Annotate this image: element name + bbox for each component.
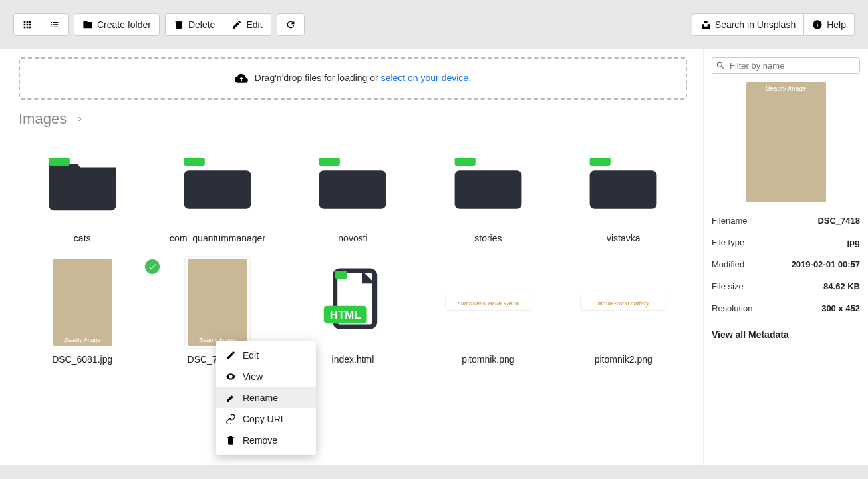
- svg-rect-10: [590, 170, 657, 209]
- context-edit[interactable]: Edit: [216, 345, 316, 366]
- folder-label: cats: [74, 233, 91, 243]
- folder-icon: [313, 142, 392, 222]
- cloud-upload-icon: [235, 72, 248, 85]
- folder-icon: [178, 142, 257, 222]
- folder-item[interactable]: cats: [19, 138, 146, 243]
- meta-key: File type: [712, 238, 744, 247]
- folder-icon: [583, 142, 663, 222]
- context-remove[interactable]: Remove: [216, 430, 316, 451]
- folder-item[interactable]: stories: [424, 138, 551, 243]
- svg-rect-12: [335, 271, 347, 279]
- edit-icon: [225, 350, 236, 361]
- folder-label: stories: [474, 233, 502, 243]
- meta-key: Filename: [712, 216, 747, 226]
- meta-value: jpg: [847, 238, 861, 247]
- meta-key: Resolution: [712, 303, 752, 313]
- folder-label: novosti: [338, 233, 367, 243]
- chevron-right-icon: [76, 115, 84, 123]
- selected-badge: [145, 259, 160, 274]
- file-label: pitomnik2.png: [595, 354, 652, 365]
- help-button[interactable]: Help: [804, 13, 855, 36]
- rename-icon: [225, 393, 236, 403]
- create-folder-label: Create folder: [97, 19, 151, 30]
- dropzone-link[interactable]: select on your device.: [381, 73, 471, 83]
- check-icon: [148, 262, 157, 271]
- unsplash-button[interactable]: Search in Unsplash: [692, 13, 804, 36]
- list-view-button[interactable]: [41, 13, 69, 36]
- view-toggle: [13, 13, 69, 36]
- image-thumbnail: Beauty Image: [53, 259, 112, 346]
- folder-icon: [82, 19, 93, 30]
- breadcrumb: Images: [19, 110, 687, 128]
- search-icon: [716, 61, 725, 70]
- apps-icon: [22, 19, 33, 30]
- folder-icon: [43, 142, 122, 222]
- svg-rect-8: [454, 170, 521, 209]
- meta-key: File size: [712, 281, 744, 291]
- dropzone-text: Drag'n'drop files for loading or: [255, 73, 381, 83]
- trash-icon: [174, 19, 184, 30]
- file-label: DSC_6081.jpg: [52, 354, 112, 365]
- unsplash-label: Search in Unsplash: [715, 19, 796, 30]
- meta-value: DSC_7418: [817, 216, 860, 226]
- meta-key: Modified: [712, 259, 744, 269]
- image-thumbnail: Beauty Image: [188, 259, 247, 346]
- context-view[interactable]: View: [216, 366, 316, 387]
- content-area: Drag'n'drop files for loading or select …: [3, 49, 703, 465]
- svg-rect-7: [454, 158, 475, 166]
- edit-label: Edit: [246, 19, 262, 30]
- file-label: pitomnik.png: [462, 354, 514, 365]
- meta-value: 84.62 KB: [823, 281, 860, 291]
- svg-rect-9: [590, 158, 611, 166]
- folder-item[interactable]: vistavka: [560, 138, 687, 243]
- html-file-icon: HTML: [313, 259, 392, 346]
- grid-view-button[interactable]: [13, 13, 41, 36]
- refresh-button[interactable]: [277, 13, 305, 36]
- svg-rect-4: [184, 170, 251, 209]
- filter-input[interactable]: [712, 57, 860, 74]
- item-grid: cats com_quantummanager novosti stories …: [19, 138, 687, 365]
- list-icon: [49, 19, 60, 30]
- svg-rect-6: [319, 170, 386, 209]
- context-copy-url[interactable]: Copy URL: [216, 408, 316, 430]
- edit-icon: [231, 19, 242, 30]
- edit-button[interactable]: Edit: [223, 13, 271, 36]
- image-thumbnail: maine-coon cattery: [580, 295, 666, 311]
- image-thumbnail: питомник мейн кунов: [445, 295, 531, 311]
- folder-item[interactable]: com_quantummanager: [154, 138, 281, 243]
- unsplash-icon: [700, 19, 711, 30]
- link-icon: [225, 414, 236, 424]
- delete-button[interactable]: Delete: [165, 13, 223, 36]
- file-item[interactable]: питомник мейн кунов pitomnik.png: [424, 259, 551, 365]
- breadcrumb-root[interactable]: Images: [19, 110, 67, 128]
- svg-rect-5: [319, 158, 340, 166]
- meta-value: 2019-02-01 00:57: [792, 259, 860, 269]
- refresh-icon: [285, 19, 296, 30]
- svg-point-15: [717, 62, 722, 67]
- details-sidebar: Beauty Image FilenameDSC_7418 File typej…: [703, 49, 868, 465]
- folder-label: vistavka: [607, 233, 641, 243]
- create-folder-button[interactable]: Create folder: [74, 13, 160, 36]
- file-item[interactable]: maine-coon cattery pitomnik2.png: [560, 259, 687, 365]
- folder-icon: [448, 142, 528, 222]
- context-rename[interactable]: Rename: [216, 387, 316, 408]
- eye-icon: [225, 371, 236, 382]
- delete-label: Delete: [188, 19, 215, 30]
- svg-rect-1: [49, 158, 69, 166]
- svg-rect-3: [184, 158, 205, 166]
- trash-icon: [225, 435, 236, 446]
- help-label: Help: [827, 19, 846, 30]
- file-item[interactable]: Beauty Image DSC_6081.jpg: [19, 259, 146, 365]
- info-icon: [812, 19, 823, 30]
- toolbar: Create folder Delete Edit Search in Unsp…: [0, 0, 868, 49]
- file-label: index.html: [332, 354, 374, 365]
- svg-text:HTML: HTML: [330, 309, 361, 321]
- folder-item[interactable]: novosti: [289, 138, 416, 243]
- context-menu: Edit View Rename Copy URL Remove: [216, 341, 316, 455]
- dropzone[interactable]: Drag'n'drop files for loading or select …: [19, 57, 687, 100]
- view-all-metadata-link[interactable]: View all Metadata: [712, 329, 860, 340]
- preview-image: Beauty Image: [746, 82, 826, 202]
- folder-label: com_quantummanager: [170, 233, 265, 243]
- meta-value: 300 x 452: [821, 303, 860, 313]
- svg-rect-2: [49, 170, 116, 209]
